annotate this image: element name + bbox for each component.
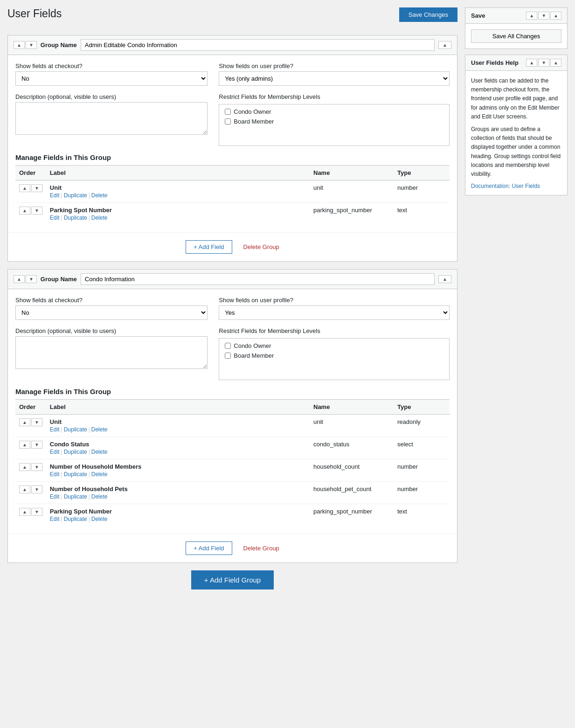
- field-duplicate-link-0[interactable]: Duplicate: [64, 192, 87, 199]
- field-name-0: unit: [310, 415, 394, 437]
- help-box-close-arrow[interactable]: ▲: [550, 59, 561, 67]
- group1-restrict-col: Restrict Fields for Membership Levels Co…: [219, 93, 450, 146]
- field-edit-link-3[interactable]: Edit: [50, 493, 60, 500]
- field-up-arrow-1[interactable]: ▲: [19, 207, 30, 215]
- field-order-4: ▲ ▼: [15, 504, 46, 527]
- group2-board-member-checkbox[interactable]: [225, 353, 231, 359]
- group1-profile-select[interactable]: No Yes Yes (only admins): [219, 71, 450, 86]
- group1-down-arrow[interactable]: ▼: [26, 41, 37, 49]
- save-box-down-arrow[interactable]: ▼: [538, 12, 549, 20]
- save-box: Save ▲ ▼ ▲ Save All Changes: [465, 7, 568, 49]
- group2-checkout-label: Show fields at checkout?: [15, 297, 208, 304]
- field-delete-link-3[interactable]: Delete: [91, 493, 108, 500]
- group1-th-order: Order: [15, 166, 46, 180]
- field-edit-link-2[interactable]: Edit: [50, 471, 60, 478]
- field-up-arrow-3[interactable]: ▲: [19, 485, 30, 493]
- field-down-arrow-0[interactable]: ▼: [31, 418, 42, 426]
- field-delete-link-2[interactable]: Delete: [91, 471, 108, 478]
- field-delete-link-0[interactable]: Delete: [91, 192, 108, 199]
- field-edit-link-4[interactable]: Edit: [50, 516, 60, 522]
- field-up-arrow-0[interactable]: ▲: [19, 184, 30, 192]
- group1-profile-label: Show fields on user profile?: [219, 62, 450, 69]
- field-down-arrow-2[interactable]: ▼: [31, 463, 42, 471]
- field-duplicate-link-3[interactable]: Duplicate: [64, 493, 87, 500]
- field-order-arrows-4: ▲ ▼: [19, 508, 42, 516]
- field-delete-link-1[interactable]: Delete: [91, 449, 108, 455]
- add-field-group-button[interactable]: + Add Field Group: [191, 570, 274, 589]
- group2-fields-table: Order Label Name Type ▲ ▼ Unit Edit|D: [15, 399, 450, 526]
- field-up-arrow-0[interactable]: ▲: [19, 418, 30, 426]
- group2-footer: + Add Field Delete Group: [8, 534, 457, 562]
- group1-desc-textarea[interactable]: [15, 102, 208, 135]
- group1-restrict-box: Condo Owner Board Member: [219, 104, 450, 146]
- group1-checkout-select[interactable]: No Yes: [15, 71, 208, 86]
- group1-name-input[interactable]: [81, 39, 435, 51]
- field-label-col-4: Parking Spot Number Edit|Duplicate|Delet…: [46, 504, 310, 527]
- table-row: ▲ ▼ Unit Edit|Duplicate|Delete unit read…: [15, 415, 450, 437]
- save-box-body: Save All Changes: [465, 24, 567, 49]
- field-edit-link-1[interactable]: Edit: [50, 449, 60, 455]
- field-edit-link-1[interactable]: Edit: [50, 215, 60, 221]
- field-down-arrow-3[interactable]: ▼: [31, 485, 42, 493]
- save-box-close-arrow[interactable]: ▲: [550, 12, 561, 20]
- group2-desc-col: Description (optional, visible to users): [15, 327, 208, 380]
- field-order-arrows-1: ▲ ▼: [19, 207, 42, 215]
- group2-up-arrow[interactable]: ▲: [14, 275, 25, 283]
- group2-add-field-button[interactable]: + Add Field: [186, 541, 232, 555]
- field-down-arrow-0[interactable]: ▼: [31, 184, 42, 192]
- field-up-arrow-1[interactable]: ▲: [19, 441, 30, 449]
- group1-collapse-btn[interactable]: ▲: [438, 41, 451, 49]
- group2-collapse-btn[interactable]: ▲: [438, 275, 451, 283]
- field-order-0: ▲ ▼: [15, 180, 46, 203]
- field-order-0: ▲ ▼: [15, 415, 46, 437]
- save-changes-header-button[interactable]: Save Changes: [399, 7, 457, 22]
- help-link[interactable]: Documentation: User Fields: [471, 183, 540, 189]
- field-duplicate-link-2[interactable]: Duplicate: [64, 471, 87, 478]
- group2-desc-textarea[interactable]: [15, 336, 208, 369]
- field-down-arrow-4[interactable]: ▼: [31, 508, 42, 516]
- field-duplicate-link-0[interactable]: Duplicate: [64, 426, 87, 433]
- group1-condo-owner-checkbox[interactable]: [225, 109, 231, 115]
- group2-checkout-select[interactable]: No Yes: [15, 305, 208, 320]
- group1-restrict-label: Restrict Fields for Membership Levels: [219, 93, 450, 100]
- field-up-arrow-2[interactable]: ▲: [19, 463, 30, 471]
- help-box-up-arrow[interactable]: ▲: [526, 59, 537, 67]
- group1-delete-group-link[interactable]: Delete Group: [243, 243, 279, 250]
- field-duplicate-link-1[interactable]: Duplicate: [64, 215, 87, 221]
- save-box-up-arrow[interactable]: ▲: [526, 12, 537, 20]
- group1-profile-col: Show fields on user profile? No Yes Yes …: [219, 62, 450, 86]
- group2-checkbox-condo-owner: Condo Owner: [225, 342, 443, 349]
- field-edit-link-0[interactable]: Edit: [50, 192, 60, 199]
- field-up-arrow-4[interactable]: ▲: [19, 508, 30, 516]
- field-label-3: Number of Household Pets: [50, 485, 306, 492]
- field-down-arrow-1[interactable]: ▼: [31, 207, 42, 215]
- save-box-header: Save ▲ ▼ ▲: [465, 8, 567, 24]
- page-title: User Fields: [7, 7, 62, 20]
- field-duplicate-link-1[interactable]: Duplicate: [64, 449, 87, 455]
- group1-up-arrow[interactable]: ▲: [14, 41, 25, 49]
- group1-board-member-checkbox[interactable]: [225, 118, 231, 125]
- group2-th-name: Name: [310, 400, 394, 415]
- field-label-col-3: Number of Household Pets Edit|Duplicate|…: [46, 482, 310, 504]
- group2-condo-owner-checkbox[interactable]: [225, 343, 231, 349]
- help-box-down-arrow[interactable]: ▼: [538, 59, 549, 67]
- field-actions-1: Edit|Duplicate|Delete: [50, 215, 306, 221]
- field-delete-link-1[interactable]: Delete: [91, 215, 108, 221]
- field-down-arrow-1[interactable]: ▼: [31, 441, 42, 449]
- group1-add-field-button[interactable]: + Add Field: [186, 240, 232, 254]
- help-box-header: User Fields Help ▲ ▼ ▲: [465, 55, 567, 71]
- group1-fields-table: Order Label Name Type ▲ ▼ Unit Edit|D: [15, 165, 450, 225]
- group2-down-arrow[interactable]: ▼: [26, 275, 37, 283]
- group2-delete-group-link[interactable]: Delete Group: [243, 545, 279, 552]
- group-card-2: ▲ ▼ Group Name ▲ Show fields at checkout…: [7, 269, 457, 563]
- save-all-button[interactable]: Save All Changes: [471, 29, 561, 43]
- group2-name-input[interactable]: [81, 273, 435, 285]
- group2-profile-select[interactable]: No Yes Yes (only admins): [219, 305, 450, 320]
- field-actions-0: Edit|Duplicate|Delete: [50, 426, 306, 433]
- field-edit-link-0[interactable]: Edit: [50, 426, 60, 433]
- field-label-col-1: Parking Spot Number Edit|Duplicate|Delet…: [46, 203, 310, 225]
- field-duplicate-link-4[interactable]: Duplicate: [64, 516, 87, 522]
- field-delete-link-4[interactable]: Delete: [91, 516, 108, 522]
- group1-th-name: Name: [310, 166, 394, 180]
- field-delete-link-0[interactable]: Delete: [91, 426, 108, 433]
